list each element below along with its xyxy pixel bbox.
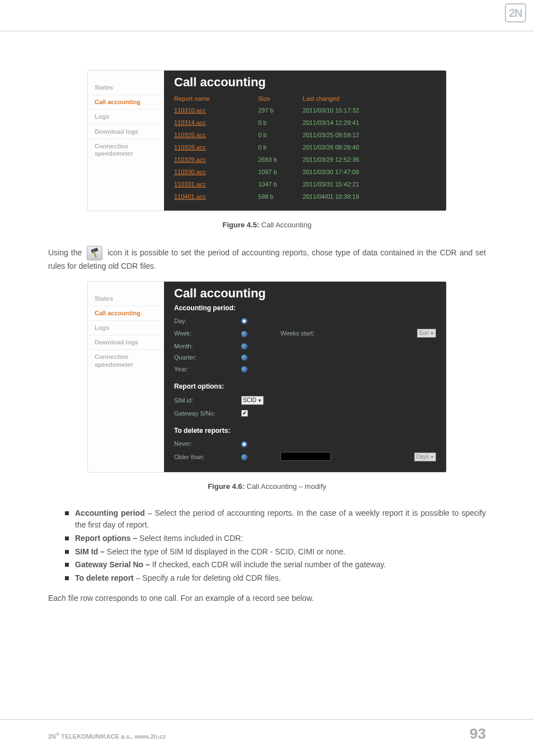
- report-changed: 2011/03/28 08:26:40: [303, 141, 436, 153]
- figure-caption-4-6: Figure 4.6: Call Accounting – modify: [48, 482, 486, 491]
- panel2-title: Call accounting: [174, 286, 436, 301]
- report-changed: 2011/03/10 15:17:32: [303, 104, 436, 116]
- list-item: To delete report – Specify a rule for de…: [65, 572, 486, 585]
- col-report-name: Report name: [174, 93, 258, 104]
- bullet-list: Accounting period – Select the period of…: [48, 507, 486, 585]
- col-size: Size: [258, 93, 302, 104]
- footer-company: 2N® TELEKOMUNIKACE a.s., www.2n.cz: [48, 732, 166, 740]
- paragraph-intro: Using the icon it is possible to set the…: [48, 246, 486, 273]
- report-size: 2683 b: [258, 153, 302, 166]
- table-row: 110310.acc297 b2011/03/10 15:17:32: [174, 104, 436, 116]
- row-older-than: Older than: Days▼: [174, 450, 436, 464]
- reports-table: Report name Size Last changed 110310.acc…: [174, 93, 436, 203]
- report-link[interactable]: 110401.acc: [174, 190, 258, 203]
- report-changed: 2011/03/29 12:52:36: [303, 153, 436, 166]
- list-item: SIM Id – Select the type of SIM Id displ…: [65, 546, 486, 558]
- paragraph-outro: Each file row corresponds to one call. F…: [48, 592, 486, 605]
- report-size: 297 b: [258, 104, 302, 116]
- report-size: 0 b: [258, 141, 302, 153]
- report-changed: 2011/04/01 10:38:18: [303, 190, 436, 203]
- row-sim-id: SIM id: SCID▼: [174, 394, 436, 407]
- input-older-than[interactable]: [280, 452, 331, 461]
- sidebar-item-call-accounting: Call accounting: [88, 95, 164, 110]
- row-quarter: Quarter:: [174, 352, 436, 363]
- panel1-title: Call accounting: [174, 75, 436, 90]
- page-number: 93: [470, 725, 486, 743]
- sidebar-item-connection-speedometer: Connection speedometer: [88, 350, 164, 371]
- sidebar-item-logs: Logs: [88, 110, 164, 124]
- report-changed: 2011/03/31 15:42:21: [303, 178, 436, 190]
- report-size: 0 b: [258, 129, 302, 141]
- table-row: 110330.acc1097 b2011/03/30 17:47:08: [174, 166, 436, 178]
- radio-quarter[interactable]: [241, 354, 247, 361]
- radio-year[interactable]: [241, 366, 247, 372]
- sidebar-item-states: States: [88, 292, 164, 306]
- hammer-icon: [87, 246, 102, 260]
- checkbox-gateway-sno[interactable]: ✔: [241, 410, 248, 417]
- col-last-changed: Last changed: [303, 93, 436, 104]
- section-accounting-period: Accounting period:: [174, 304, 436, 312]
- report-size: 598 b: [258, 190, 302, 203]
- radio-older-than[interactable]: [241, 454, 247, 460]
- report-link[interactable]: 110329.acc: [174, 153, 258, 166]
- select-weeks-start[interactable]: Sun▼: [417, 329, 436, 338]
- report-link[interactable]: 110331.acc: [174, 178, 258, 190]
- table-row: 110329.acc2683 b2011/03/29 12:52:36: [174, 153, 436, 166]
- table-row: 110314.acc0 b2011/03/14 12:29:41: [174, 116, 436, 129]
- radio-day[interactable]: [241, 318, 247, 324]
- table-row: 110325.acc0 b2011/03/25 09:59:12: [174, 129, 436, 141]
- panel1-sidebar: States Call accounting Logs Download log…: [88, 71, 164, 211]
- report-changed: 2011/03/30 17:47:08: [303, 166, 436, 178]
- report-link[interactable]: 110328.acc: [174, 141, 258, 153]
- report-link[interactable]: 110325.acc: [174, 129, 258, 141]
- page-footer: 2N® TELEKOMUNIKACE a.s., www.2n.cz 93: [0, 719, 534, 743]
- table-row: 110331.acc1047 b2011/03/31 15:42:21: [174, 178, 436, 190]
- sidebar-item-connection-speedometer: Connection speedometer: [88, 139, 164, 161]
- brand-logo: 2N: [505, 3, 526, 22]
- panel1-main: Call accounting Report name Size Last ch…: [164, 71, 446, 211]
- table-row: 110328.acc0 b2011/03/28 08:26:40: [174, 141, 436, 153]
- section-delete-reports: To delete reports:: [174, 427, 436, 435]
- select-sim-id[interactable]: SCID▼: [241, 396, 264, 405]
- sidebar-item-states: States: [88, 81, 164, 95]
- row-never: Never:: [174, 438, 436, 450]
- radio-week[interactable]: [241, 331, 247, 337]
- radio-never[interactable]: [241, 441, 247, 447]
- panel2-main: Call accounting Accounting period: Day: …: [164, 282, 446, 472]
- sidebar-item-download-logs: Download logs: [88, 125, 164, 139]
- report-changed: 2011/03/25 09:59:12: [303, 129, 436, 141]
- row-week: Week: Weeks start: Sun▼: [174, 326, 436, 340]
- row-month: Month:: [174, 340, 436, 352]
- list-item: Gateway Serial No – If checked, each CDR…: [65, 559, 486, 571]
- sidebar-item-download-logs: Download logs: [88, 335, 164, 350]
- list-item: Report options – Select items included i…: [65, 533, 486, 545]
- row-year: Year:: [174, 363, 436, 375]
- report-link[interactable]: 110330.acc: [174, 166, 258, 178]
- screenshot-call-accounting-list: States Call accounting Logs Download log…: [88, 71, 446, 211]
- report-changed: 2011/03/14 12:29:41: [303, 116, 436, 129]
- report-link[interactable]: 110310.acc: [174, 104, 258, 116]
- sidebar-item-call-accounting: Call accounting: [88, 306, 164, 321]
- table-row: 110401.acc598 b2011/04/01 10:38:18: [174, 190, 436, 203]
- report-link[interactable]: 110314.acc: [174, 116, 258, 129]
- list-item: Accounting period – Select the period of…: [65, 507, 486, 531]
- report-size: 1047 b: [258, 178, 302, 190]
- select-older-unit[interactable]: Days▼: [414, 452, 436, 461]
- panel2-sidebar: States Call accounting Logs Download log…: [88, 282, 164, 472]
- report-size: 1097 b: [258, 166, 302, 178]
- screenshot-call-accounting-modify: States Call accounting Logs Download log…: [88, 282, 446, 472]
- section-report-options: Report options:: [174, 382, 436, 390]
- radio-month[interactable]: [241, 343, 247, 349]
- sidebar-item-logs: Logs: [88, 321, 164, 335]
- report-size: 0 b: [258, 116, 302, 129]
- row-gateway-sno: Gateway S/No: ✔: [174, 407, 436, 419]
- figure-caption-4-5: Figure 4.5: Call Accounting: [48, 221, 486, 229]
- row-day: Day:: [174, 315, 436, 327]
